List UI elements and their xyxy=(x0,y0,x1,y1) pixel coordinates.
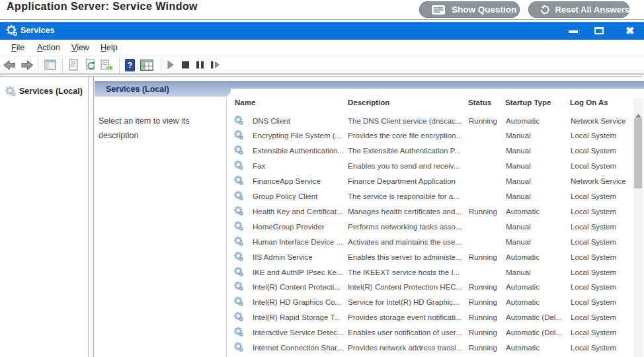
svg-text:?: ? xyxy=(128,60,133,70)
